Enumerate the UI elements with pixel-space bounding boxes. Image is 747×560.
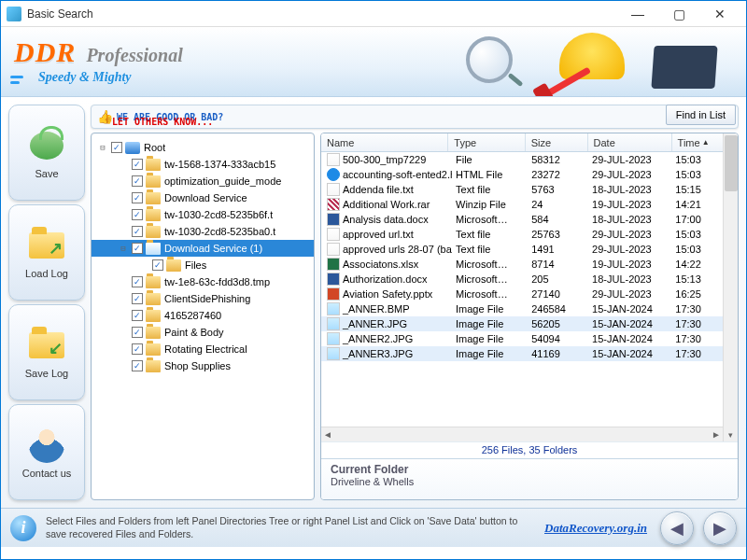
list-row[interactable]: Aviation Safety.pptxMicrosoft…2714029-JU… (321, 287, 723, 301)
file-list-panel: Name Type Size Date Time ▲ 500-300_tmp72… (320, 133, 739, 500)
tree-row[interactable]: ✓tw-1030-2cd8-5235b6f.t (92, 206, 314, 223)
tree-row[interactable]: ✓Paint & Body (92, 324, 314, 341)
tree-row[interactable]: ⊟✓Download Service (1) (92, 240, 314, 257)
close-button[interactable]: ✕ (699, 1, 740, 27)
list-row[interactable]: 500-300_tmp7229File5831229-JUL-202315:03 (321, 152, 723, 167)
file-time: 14:21 (671, 199, 721, 210)
sidebar-save-log[interactable]: ↙Save Log (8, 304, 85, 400)
tree-row[interactable]: ✓Rotating Electrical (92, 341, 314, 357)
prev-button[interactable]: ◀ (660, 511, 694, 545)
col-time[interactable]: Time ▲ (672, 133, 723, 151)
find-in-list-button[interactable]: Find in List (666, 105, 736, 125)
folder-icon (146, 360, 161, 372)
checkbox[interactable]: ✓ (132, 310, 143, 321)
sidebar-save[interactable]: Save (8, 105, 85, 201)
file-icon (327, 168, 340, 181)
file-date: 18-JUL-2023 (588, 184, 671, 195)
checkbox[interactable]: ✓ (132, 343, 143, 355)
tree-row[interactable]: ✓Shop Supplies (92, 357, 314, 374)
file-date: 29-JUL-2023 (588, 154, 671, 165)
file-time: 16:25 (671, 288, 721, 300)
file-rows[interactable]: 500-300_tmp7229File5831229-JUL-202315:03… (321, 152, 723, 427)
list-row[interactable]: _ANNER.JPGImage File5620515-JAN-202417:3… (321, 316, 723, 331)
list-row[interactable]: Addenda file.txtText file576318-JUL-2023… (321, 182, 723, 197)
tree-row[interactable]: ✓tw-1568-1374-333acb15 (92, 156, 314, 173)
tree-row[interactable]: ✓tw-1030-2cd8-5235ba0.t (92, 223, 314, 240)
file-size: 54094 (528, 333, 588, 344)
list-row[interactable]: accounting-soft-ented2.h…HTML File232722… (321, 167, 723, 182)
checkbox[interactable]: ✓ (132, 243, 143, 254)
file-type: Text file (452, 184, 528, 195)
file-time: 17:30 (671, 318, 721, 329)
titlebar: Basic Search — ▢ ✕ (1, 1, 746, 27)
checkbox[interactable]: ✓ (132, 192, 143, 203)
expand-icon[interactable]: ⊟ (97, 143, 108, 152)
list-row[interactable]: Analysis data.docxMicrosoft…58418-JUL-20… (321, 212, 723, 227)
tree-row[interactable]: ✓4165287460 (92, 307, 314, 324)
current-folder-header: Current Folder (331, 463, 728, 476)
folder-icon (146, 293, 161, 305)
checkbox[interactable]: ✓ (152, 259, 163, 271)
sidebar-load-log[interactable]: ↗Load Log (8, 204, 85, 301)
file-icon (327, 153, 340, 166)
checkbox[interactable]: ✓ (132, 175, 143, 187)
tree-row[interactable]: ✓ClientSidePhishing (92, 290, 314, 307)
col-date[interactable]: Date (588, 133, 672, 151)
folder-load-icon: ↗ (27, 226, 66, 265)
checkbox[interactable]: ✓ (132, 360, 143, 371)
list-row[interactable]: Authorization.docxMicrosoft…20518-JUL-20… (321, 272, 723, 287)
checkbox[interactable]: ✓ (111, 142, 122, 153)
file-type: Image File (452, 318, 528, 329)
tree-row[interactable]: ✓Files (92, 257, 314, 273)
sidebar-contact-us[interactable]: Contact us (8, 404, 85, 500)
checkbox[interactable]: ✓ (132, 327, 143, 338)
col-size[interactable]: Size (526, 133, 588, 151)
tree-row[interactable]: ✓optimization_guide_mode (92, 173, 314, 189)
next-button[interactable]: ▶ (703, 511, 737, 545)
folder-icon (166, 259, 181, 272)
checkbox[interactable]: ✓ (132, 276, 143, 287)
footer-link[interactable]: DataRecovery.org.in (544, 521, 647, 536)
promo-bar[interactable]: 👍 WE ARE GOOD OR BAD? LET OTHERS KNOW...… (91, 105, 739, 129)
file-type: File (452, 154, 528, 165)
folder-tree[interactable]: ⊟✓Root✓tw-1568-1374-333acb15✓optimizatio… (91, 133, 315, 500)
list-row[interactable]: _ANNER2.JPGImage File5409415-JAN-202417:… (321, 331, 723, 346)
list-row[interactable]: Additional Work.rarWinzip File2419-JUL-2… (321, 197, 723, 212)
col-type[interactable]: Type (448, 133, 525, 151)
list-row[interactable]: Associatons.xlsxMicrosoft…871419-JUL-202… (321, 257, 723, 272)
file-size: 584 (528, 214, 588, 225)
tree-row[interactable]: ✓Download Service (92, 189, 314, 206)
checkbox[interactable]: ✓ (132, 159, 143, 170)
sidebar-item-label: Load Log (25, 268, 68, 279)
col-name[interactable]: Name (321, 133, 448, 151)
thumbs-up-icon: 👍 (97, 109, 113, 124)
file-name: Authorization.docx (343, 273, 428, 285)
file-type: Microsoft… (452, 214, 528, 225)
vertical-scroll[interactable]: ▴ ▾ (723, 133, 738, 441)
file-size: 23272 (528, 169, 588, 180)
list-row[interactable]: approved urls 28-07 (babl…Text file14912… (321, 242, 723, 257)
folder-icon (146, 327, 161, 339)
tree-item-label: tw-1568-1374-333acb15 (164, 159, 275, 170)
tree-item-label: Download Service (164, 192, 247, 203)
scroll-thumb[interactable] (725, 135, 738, 191)
list-row[interactable]: approved url.txtText file2576329-JUL-202… (321, 227, 723, 242)
expand-icon[interactable]: ⊟ (118, 244, 129, 253)
maximize-button[interactable]: ▢ (658, 1, 699, 27)
file-time: 15:03 (671, 154, 721, 165)
list-row[interactable]: _ANNER3.JPGImage File4116915-JAN-202417:… (321, 346, 723, 361)
folder-icon (146, 192, 161, 204)
scroll-down-icon[interactable]: ▾ (724, 428, 738, 441)
file-size: 41169 (528, 348, 588, 359)
tree-row[interactable]: ✓tw-1e8-63c-fdd3d8.tmp (92, 273, 314, 290)
checkbox[interactable]: ✓ (132, 293, 143, 304)
file-time: 17:30 (671, 333, 721, 344)
tree-item-label: Files (185, 259, 206, 271)
file-type: Microsoft… (452, 273, 528, 285)
list-row[interactable]: _ANNER.BMPImage File24658415-JAN-202417:… (321, 301, 723, 316)
checkbox[interactable]: ✓ (132, 226, 143, 237)
checkbox[interactable]: ✓ (132, 209, 143, 220)
minimize-button[interactable]: — (617, 1, 658, 27)
horizontal-scroll[interactable]: ◄► (321, 427, 723, 441)
tree-row[interactable]: ⊟✓Root (92, 139, 314, 156)
